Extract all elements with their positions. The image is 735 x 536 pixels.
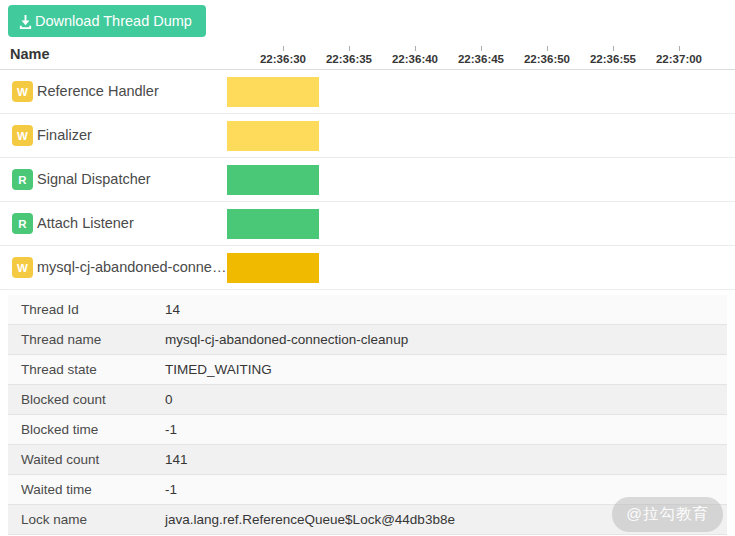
thread-timeline-bar[interactable] <box>227 121 319 151</box>
thread-timeline: W Reference Handler W Finalizer R Signal… <box>0 70 735 290</box>
timeline-header: Name 22:36:30 22:36:35 22:36:40 22:36:45… <box>0 36 735 70</box>
time-tick <box>546 46 547 51</box>
detail-label: Thread Id <box>8 302 165 317</box>
detail-row-blocked-time: Blocked time -1 <box>8 415 727 445</box>
download-button-label: Download Thread Dump <box>35 13 192 29</box>
time-axis-label: 22:36:45 <box>458 46 504 65</box>
thread-row-reference-handler[interactable]: W Reference Handler <box>0 70 735 114</box>
download-thread-dump-button[interactable]: Download Thread Dump <box>8 5 206 37</box>
time-tick <box>348 46 349 51</box>
detail-value: -1 <box>165 422 177 437</box>
thread-state-badge-waiting: W <box>12 125 33 146</box>
detail-value: mysql-cj-abandoned-connection-cleanup <box>165 332 408 347</box>
name-column-header: Name <box>10 46 50 62</box>
thread-timeline-bar[interactable] <box>227 253 319 283</box>
thread-timeline-bar[interactable] <box>227 209 319 239</box>
detail-value: 141 <box>165 452 188 467</box>
time-axis-label: 22:37:00 <box>656 46 702 65</box>
lagou-watermark: @拉勾教育 <box>612 497 723 532</box>
detail-row-thread-state: Thread state TIMED_WAITING <box>8 355 727 385</box>
detail-value: -1 <box>165 482 177 497</box>
detail-label: Waited time <box>8 482 165 497</box>
detail-label: Blocked count <box>8 392 165 407</box>
time-axis-label: 22:36:40 <box>392 46 438 65</box>
detail-value: 0 <box>165 392 173 407</box>
detail-row-waited-count: Waited count 141 <box>8 445 727 475</box>
time-axis-label: 22:36:55 <box>590 46 636 65</box>
thread-name-label: mysql-cj-abandoned-conne… <box>37 259 226 275</box>
thread-state-badge-runnable: R <box>12 213 33 234</box>
detail-value: 14 <box>165 302 180 317</box>
time-tick <box>678 46 679 51</box>
detail-row-blocked-count: Blocked count 0 <box>8 385 727 415</box>
time-tick <box>480 46 481 51</box>
thread-state-badge-waiting: W <box>12 81 33 102</box>
download-icon <box>18 14 33 29</box>
time-axis-label: 22:36:35 <box>326 46 372 65</box>
thread-name-label: Signal Dispatcher <box>37 171 151 187</box>
thread-name-label: Reference Handler <box>37 83 159 99</box>
thread-state-badge-runnable: R <box>12 169 33 190</box>
detail-label: Lock name <box>8 512 165 527</box>
thread-name-label: Finalizer <box>37 127 92 143</box>
time-tick <box>414 46 415 51</box>
thread-timeline-bar[interactable] <box>227 165 319 195</box>
detail-label: Waited count <box>8 452 165 467</box>
time-tick <box>282 46 283 51</box>
thread-row-signal-dispatcher[interactable]: R Signal Dispatcher <box>0 158 735 202</box>
thread-state-badge-waiting: W <box>12 257 33 278</box>
detail-value: java.lang.ref.ReferenceQueue$Lock@44db3b… <box>165 512 455 527</box>
time-axis-label: 22:36:50 <box>524 46 570 65</box>
thread-row-attach-listener[interactable]: R Attach Listener <box>0 202 735 246</box>
thread-row-mysql-cleanup[interactable]: W mysql-cj-abandoned-conne… <box>0 246 735 290</box>
thread-row-finalizer[interactable]: W Finalizer <box>0 114 735 158</box>
detail-row-thread-name: Thread name mysql-cj-abandoned-connectio… <box>8 325 727 355</box>
detail-label: Blocked time <box>8 422 165 437</box>
detail-label: Thread name <box>8 332 165 347</box>
time-tick <box>612 46 613 51</box>
thread-timeline-bar[interactable] <box>227 77 319 107</box>
thread-name-label: Attach Listener <box>37 215 134 231</box>
time-axis-label: 22:36:30 <box>260 46 306 65</box>
detail-value: TIMED_WAITING <box>165 362 272 377</box>
detail-row-thread-id: Thread Id 14 <box>8 295 727 325</box>
detail-label: Thread state <box>8 362 165 377</box>
